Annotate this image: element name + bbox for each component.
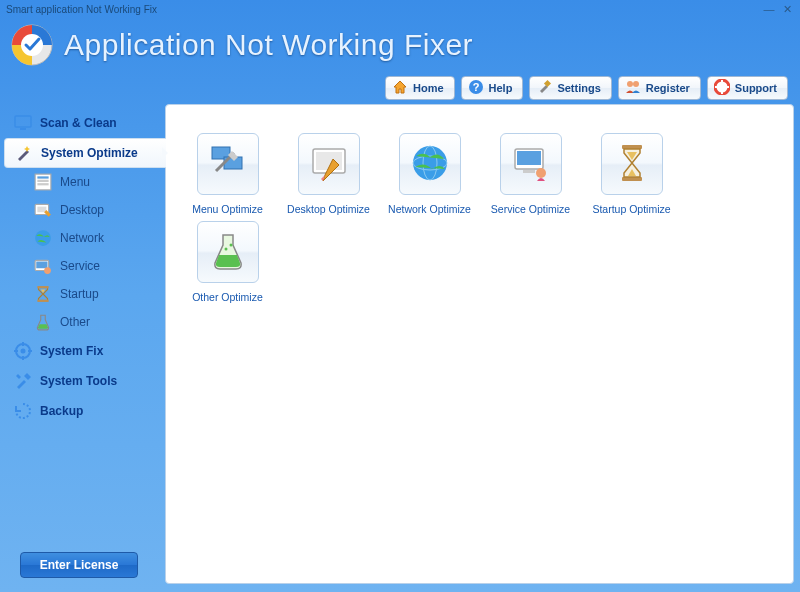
svg-point-5 (627, 81, 633, 87)
sidebar-sub-desktop[interactable]: Desktop (4, 196, 165, 224)
svg-point-34 (413, 146, 447, 180)
sidebar-sub-menu[interactable]: Menu (4, 168, 165, 196)
monitor-icon (14, 114, 32, 132)
svg-rect-15 (37, 183, 48, 185)
optimize-other[interactable]: Other Optimize (180, 221, 275, 303)
svg-point-44 (229, 244, 232, 247)
sidebar-sub-network[interactable]: Network (4, 224, 165, 252)
app-title: Application Not Working Fixer (64, 28, 473, 62)
svg-point-6 (633, 81, 639, 87)
backup-icon (14, 402, 32, 420)
svg-rect-9 (715, 86, 729, 88)
settings-button[interactable]: Settings (529, 76, 611, 100)
svg-rect-10 (15, 116, 31, 127)
startup-optimize-icon (610, 141, 654, 187)
app-logo-icon (10, 23, 54, 67)
sidebar: Scan & Clean System Optimize Menu Deskto… (0, 104, 165, 590)
sidebar-label: Desktop (60, 203, 104, 217)
sidebar-label: Scan & Clean (40, 116, 117, 130)
register-icon (625, 79, 641, 97)
svg-rect-38 (517, 151, 541, 165)
home-icon (392, 79, 408, 97)
home-button[interactable]: Home (385, 76, 455, 100)
sidebar-sub-other[interactable]: Other (4, 308, 165, 336)
sidebar-label: System Tools (40, 374, 117, 388)
optimize-label: Startup Optimize (592, 203, 670, 215)
sidebar-sub-startup[interactable]: Startup (4, 280, 165, 308)
sidebar-label: Service (60, 259, 100, 273)
window-title: Smart application Not Working Fix (6, 4, 758, 15)
network-optimize-icon (408, 141, 452, 187)
register-label: Register (646, 82, 690, 94)
sidebar-item-system-fix[interactable]: System Fix (4, 336, 165, 366)
sidebar-label: Backup (40, 404, 83, 418)
optimize-label: Other Optimize (192, 291, 263, 303)
sidebar-label: Network (60, 231, 104, 245)
close-button[interactable]: ✕ (780, 2, 794, 16)
service-icon (34, 257, 52, 275)
svg-rect-13 (37, 176, 48, 178)
help-label: Help (489, 82, 513, 94)
globe-icon (34, 229, 52, 247)
content-area: Menu Optimize Desktop Optimize Network O… (165, 104, 794, 584)
flask-icon (34, 313, 52, 331)
optimize-network[interactable]: Network Optimize (382, 133, 477, 215)
svg-point-21 (44, 267, 51, 274)
optimize-desktop[interactable]: Desktop Optimize (281, 133, 376, 215)
desktop-icon (34, 201, 52, 219)
sidebar-item-backup[interactable]: Backup (4, 396, 165, 426)
svg-point-25 (21, 349, 26, 354)
other-optimize-icon (206, 229, 250, 275)
desktop-optimize-icon (307, 141, 351, 187)
sidebar-item-system-tools[interactable]: System Tools (4, 366, 165, 396)
help-icon: ? (468, 79, 484, 97)
optimize-label: Service Optimize (491, 203, 570, 215)
sidebar-label: System Optimize (41, 146, 138, 160)
menu-optimize-icon (206, 141, 250, 187)
service-optimize-icon (509, 141, 553, 187)
menu-icon (34, 173, 52, 191)
hourglass-icon (34, 285, 52, 303)
gear-icon (14, 342, 32, 360)
svg-point-43 (224, 248, 227, 251)
enter-license-button[interactable]: Enter License (20, 552, 138, 578)
optimize-service[interactable]: Service Optimize (483, 133, 578, 215)
register-button[interactable]: Register (618, 76, 701, 100)
sidebar-label: Startup (60, 287, 99, 301)
tools-icon (14, 372, 32, 390)
sidebar-label: Other (60, 315, 90, 329)
support-button[interactable]: Support (707, 76, 788, 100)
toolbar: Home ? Help Settings Register Support (0, 72, 800, 104)
svg-rect-22 (37, 286, 48, 288)
sidebar-label: Menu (60, 175, 90, 189)
sidebar-item-system-optimize[interactable]: System Optimize (4, 138, 166, 168)
sidebar-sub-service[interactable]: Service (4, 252, 165, 280)
wand-icon (15, 144, 33, 162)
svg-rect-39 (523, 170, 535, 173)
home-label: Home (413, 82, 444, 94)
help-button[interactable]: ? Help (461, 76, 524, 100)
svg-rect-23 (37, 300, 48, 302)
optimize-label: Network Optimize (388, 203, 471, 215)
svg-rect-11 (20, 128, 26, 130)
header: Application Not Working Fixer (0, 18, 800, 72)
svg-text:?: ? (472, 81, 479, 93)
support-icon (714, 79, 730, 97)
optimize-menu[interactable]: Menu Optimize (180, 133, 275, 215)
svg-point-40 (536, 168, 546, 178)
settings-icon (536, 79, 552, 97)
optimize-label: Menu Optimize (192, 203, 263, 215)
support-label: Support (735, 82, 777, 94)
minimize-button[interactable]: — (762, 2, 776, 16)
svg-rect-20 (36, 262, 47, 269)
settings-label: Settings (557, 82, 600, 94)
sidebar-label: System Fix (40, 344, 103, 358)
optimize-startup[interactable]: Startup Optimize (584, 133, 679, 215)
sidebar-item-scan-clean[interactable]: Scan & Clean (4, 108, 165, 138)
optimize-label: Desktop Optimize (287, 203, 370, 215)
svg-point-18 (35, 230, 51, 246)
svg-rect-14 (37, 180, 48, 182)
titlebar: Smart application Not Working Fix — ✕ (0, 0, 800, 18)
